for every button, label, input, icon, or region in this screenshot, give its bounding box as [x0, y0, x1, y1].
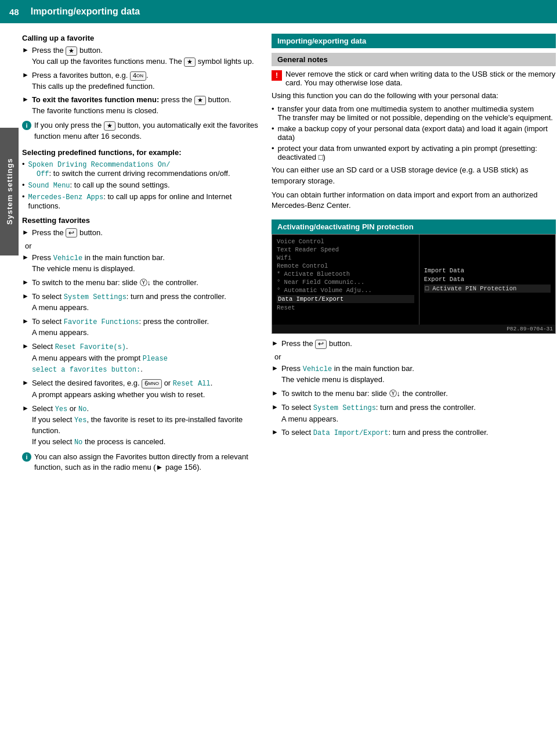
num6-btn: 6MNO	[142, 379, 162, 388]
info-icon: i	[22, 121, 31, 130]
item-content: To switch to the menu bar: slide Ⓨ↓ the …	[32, 278, 261, 289]
arrow-icon: ►	[22, 342, 29, 350]
arrow-icon: ►	[272, 428, 278, 436]
arrow-icon: ►	[272, 339, 278, 347]
arrow-item: ► Press Vehicle in the main function bar…	[272, 363, 556, 386]
item-content: Select Reset Favorite(s).A menu appears …	[32, 341, 261, 375]
bullet-text: protect your data from unwanted export b…	[278, 144, 556, 161]
arrow-item: ► Select Reset Favorite(s).A menu appear…	[22, 341, 261, 375]
item-content: To select System Settings: turn and pres…	[281, 402, 556, 424]
or-text: or	[25, 242, 261, 250]
num-btn: 4ON	[130, 71, 146, 81]
bullet-text: make a backup copy of your personal data…	[278, 124, 556, 142]
arrow-item: ► To exit the favorites function menu: p…	[22, 95, 261, 117]
arrow-icon: ►	[22, 228, 29, 236]
ss-row: Import Data	[424, 267, 551, 274]
info-block: i If you only press the ★ button, you au…	[22, 120, 261, 142]
item-content: To select Data Import/Export: turn and p…	[281, 427, 556, 438]
bullet-icon: •	[272, 144, 274, 153]
arrow-icon: ►	[22, 317, 29, 325]
bullet-item-transfer: • transfer your data from one multimedia…	[272, 105, 556, 122]
bullet-icon: •	[272, 124, 274, 133]
ss-row-active: Data Import/Export	[277, 295, 414, 303]
arrow-icon: ►	[22, 379, 29, 387]
arrow-item: ► Press the ★ button. You call up the fa…	[22, 45, 261, 67]
item-content: Select Yes or No.If you select Yes, the …	[32, 404, 261, 448]
arrow-item: ► Press Vehicle in the main function bar…	[22, 253, 261, 275]
arrow-item: ► Select Yes or No.If you select Yes, th…	[22, 404, 261, 448]
bullet-text: Sound Menu: to call up the sound setting…	[28, 181, 170, 190]
ss-row: Export Data	[424, 276, 551, 283]
info-icon2: i	[22, 452, 31, 462]
bullet-icon: •	[22, 192, 25, 201]
arrow-icon: ►	[22, 95, 29, 103]
para1: You can either use an SD card or a USB s…	[272, 165, 556, 187]
warning-text: Never remove the stick or card when writ…	[285, 70, 556, 87]
main-section-box: Importing/exporting data	[272, 34, 556, 48]
star-btn: ★	[66, 46, 77, 56]
arrow-item: ► To switch to the menu bar: slide Ⓨ↓ th…	[272, 388, 556, 399]
arrow-icon: ►	[22, 253, 29, 261]
ss-row: ° Automatic Volume Adju...	[277, 287, 414, 294]
page-title: Importing/exporting data	[31, 6, 140, 17]
ss-row: Voice Control	[277, 238, 414, 245]
arrow-icon: ►	[22, 292, 29, 300]
screenshot-caption: P82.89-0704-31	[272, 325, 555, 333]
bullet-item: • Sound Menu: to call up the sound setti…	[22, 181, 261, 190]
item-content: Press the ↩ button.	[281, 339, 556, 350]
bullet-text: transfer your data from one multimedia s…	[278, 105, 553, 122]
left-column: Calling up a favorite ► Press the ★ butt…	[22, 34, 272, 477]
page-header: 48 Importing/exporting data	[0, 0, 557, 23]
item-content: Press Vehicle in the main function bar.T…	[281, 363, 556, 386]
right-content: General notes ! Never remove the stick o…	[272, 53, 556, 439]
warning-icon: !	[272, 70, 282, 81]
item-content: To select Favorite Functions: press the …	[32, 316, 261, 339]
pin-section-box: Activating/deactivating PIN protection	[272, 219, 556, 234]
ss-row: Wifi	[277, 254, 414, 261]
star-btn4: ★	[104, 121, 115, 131]
item-content: Press a favorites button, e.g. 4ON. This…	[32, 70, 261, 92]
item-content: To exit the favorites function menu: pre…	[32, 95, 261, 117]
arrow-item: ► To select Favorite Functions: press th…	[22, 316, 261, 339]
bullet-text: Spoken Driving Recommendations On/ Off: …	[28, 160, 230, 178]
item-content: Press the ★ button. You call up the favo…	[32, 45, 261, 67]
arrow-icon: ►	[272, 364, 278, 372]
item-content: Press the ↩ button.	[32, 228, 261, 239]
arrow-icon: ►	[22, 278, 29, 286]
arrow-item: ► To switch to the menu bar: slide Ⓨ↓ th…	[22, 278, 261, 289]
ss-row: * Activate Bluetooth	[277, 271, 414, 278]
screenshot-inner: Voice Control Text Reader Speed Wifi Rem…	[272, 235, 555, 325]
arrow-icon: ►	[272, 389, 278, 397]
ss-row: Text Reader Speed	[277, 246, 414, 253]
bullet-icon: •	[22, 160, 25, 168]
back-btn: ↩	[66, 228, 77, 237]
arrow-icon: ►	[22, 71, 29, 79]
ss-row: Reset	[277, 304, 414, 311]
back-btn2: ↩	[315, 340, 327, 349]
ss-row: Remote Control	[277, 262, 414, 269]
or-text: or	[274, 352, 556, 361]
after-screenshot-content: ► Press the ↩ button. or ► Press Vehicle…	[272, 339, 556, 439]
calling-heading: Calling up a favorite	[22, 34, 261, 42]
item-content: Press Vehicle in the main function bar.T…	[32, 253, 261, 275]
info-text: If you only press the ★ button, you auto…	[34, 120, 261, 142]
screenshot-left: Voice Control Text Reader Speed Wifi Rem…	[272, 235, 419, 325]
star-btn3: ★	[194, 96, 206, 105]
item-content: Select the desired favorites, e.g. 6MNO …	[32, 378, 261, 400]
warning-block: ! Never remove the stick or card when wr…	[272, 70, 556, 87]
bullet-icon: •	[272, 105, 274, 113]
arrow-item: ► To select System Settings: turn and pr…	[272, 402, 556, 424]
arrow-item: ► Select the desired favorites, e.g. 6MN…	[22, 378, 261, 400]
bullet-icon: •	[22, 181, 25, 189]
ss-row-highlight: □ Activate PIN Protection	[424, 285, 551, 293]
arrow-item: ► To select System Settings: turn and pr…	[22, 291, 261, 314]
screenshot-right: Import Data Export Data □ Activate PIN P…	[419, 235, 555, 325]
general-notes-box: General notes	[272, 53, 556, 66]
arrow-item: ► Press a favorites button, e.g. 4ON. Th…	[22, 70, 261, 92]
page-number: 48	[9, 7, 19, 17]
arrow-item: ► Press the ↩ button.	[272, 339, 556, 350]
star-btn2: ★	[184, 57, 196, 67]
intro-text: Using this function you can do the follo…	[272, 91, 556, 102]
arrow-icon: ►	[272, 403, 278, 411]
bullet-item-pin: • protect your data from unwanted export…	[272, 144, 556, 161]
